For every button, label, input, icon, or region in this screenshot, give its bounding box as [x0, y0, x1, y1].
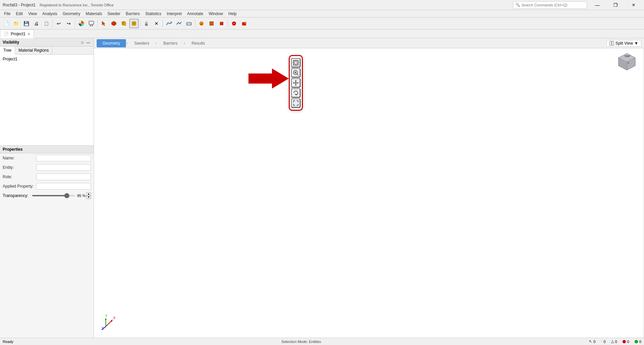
surface3-button[interactable] [184, 19, 194, 28]
visibility-collapse-btn[interactable]: — [86, 40, 91, 45]
fit-all-btn[interactable] [291, 98, 301, 108]
svg-marker-37 [295, 85, 296, 86]
open-button[interactable]: 📁 [11, 19, 21, 28]
properties-button[interactable]: 📋 [42, 19, 51, 28]
menu-seeder[interactable]: Seeder [105, 11, 123, 17]
materials3-button[interactable] [217, 19, 226, 28]
transparency-up-btn[interactable]: ▲ [86, 192, 91, 196]
split-view-label: Split View [615, 41, 633, 46]
svg-text:X: X [113, 316, 116, 320]
render2-button[interactable] [239, 19, 249, 28]
shapes-icon: △ [611, 339, 614, 344]
unlock-button[interactable]: ✕ [152, 19, 161, 28]
box-shape-button[interactable] [119, 19, 129, 28]
right-content: Geometry › Seeders › Barriers › Results … [94, 38, 644, 338]
color-wheel-button[interactable] [77, 19, 86, 28]
vis-tab-material-regions[interactable]: Material Regions [15, 47, 52, 54]
cursor-x: 0 [593, 340, 595, 344]
select-arrow-button[interactable] [99, 19, 108, 28]
zoom-extents-btn[interactable] [291, 58, 301, 67]
new-button[interactable]: 📄 [1, 19, 11, 28]
green-dot [635, 340, 638, 343]
save-button[interactable]: 💾 [21, 19, 31, 28]
display-button[interactable] [87, 19, 96, 28]
workflow-tab-seeders[interactable]: Seeders [129, 39, 155, 47]
menu-file[interactable]: File [1, 11, 13, 17]
workflow-tabs: Geometry › Seeders › Barriers › Results … [94, 38, 644, 48]
menu-interpret[interactable]: Interpret [164, 11, 185, 17]
cube-nav[interactable]: TOP S [617, 52, 637, 72]
surface1-button[interactable] [164, 19, 174, 28]
workflow-tab-geometry[interactable]: Geometry [97, 39, 126, 47]
points-icon: ⋅ [601, 339, 602, 344]
cursor-icon: ↖ [589, 339, 592, 344]
arrow-annotation [248, 67, 289, 91]
surface2-button[interactable] [174, 19, 184, 28]
svg-rect-22 [612, 41, 614, 45]
pointer-mode-button[interactable] [129, 19, 139, 28]
split-view-btn[interactable]: Split View ▼ [606, 40, 641, 47]
menu-barriers[interactable]: Barriers [123, 11, 143, 17]
transparency-slider[interactable] [32, 195, 75, 196]
axis-indicator-left: X Y Z [101, 313, 118, 331]
svg-text:TOP: TOP [625, 55, 630, 58]
visibility-expand-btn[interactable]: □ [80, 40, 85, 45]
vis-tab-tree[interactable]: Tree [0, 47, 15, 55]
search-bar[interactable]: 🔍 [513, 1, 587, 9]
tree-item-project1[interactable]: Project1 [1, 56, 92, 62]
status-shapes: △ 0 [611, 339, 617, 344]
doc-tab-project1[interactable]: 📄 Project1 ✕ [0, 30, 34, 38]
redo-button[interactable]: ↪ [64, 19, 74, 28]
titlebar: Rocfall3 - Project1 Registered to Rocsci… [0, 0, 644, 10]
svg-text:S: S [628, 62, 629, 64]
rotate-btn[interactable] [291, 88, 301, 98]
menu-materials[interactable]: Materials [83, 11, 105, 17]
menu-statistics[interactable]: Statistics [143, 11, 164, 17]
doc-tab-close[interactable]: ✕ [28, 32, 30, 36]
doc-tab-icon: 📄 [4, 32, 9, 36]
zoom-in-btn[interactable] [291, 68, 301, 78]
prop-label-applied: Applied Property: [3, 184, 36, 189]
workflow-tab-results[interactable]: Results [186, 39, 211, 47]
render1-button[interactable] [229, 19, 239, 28]
canvas-left[interactable]: X Y Z TOP [94, 48, 644, 338]
solid-shape-button[interactable] [109, 19, 119, 28]
menu-analysis[interactable]: Analysis [40, 11, 60, 17]
prop-value-applied[interactable] [36, 183, 91, 190]
menu-geometry[interactable]: Geometry [60, 11, 83, 17]
toolbar-sep-7 [228, 19, 228, 28]
undo-button[interactable]: ↩ [54, 19, 63, 28]
materials2-button[interactable] [207, 19, 216, 28]
svg-marker-38 [293, 82, 294, 84]
main-layout: Visibility □ — Tree Material Regions Pro… [0, 38, 644, 338]
prop-value-entity[interactable] [36, 164, 91, 171]
svg-rect-16 [210, 22, 213, 25]
menu-view[interactable]: View [26, 11, 40, 17]
minimize-button[interactable]: — [590, 0, 605, 10]
prop-label-role: Role: [3, 175, 36, 179]
properties-section: Properties Name: Entity: Role: Applied P… [0, 146, 94, 338]
print-button[interactable]: 🖨 [32, 19, 41, 28]
svg-rect-24 [293, 60, 298, 65]
transparency-label: Transparency: [3, 193, 32, 198]
transparency-down-btn[interactable]: ▼ [86, 196, 91, 199]
menu-help[interactable]: Help [226, 11, 239, 17]
search-input[interactable] [521, 3, 585, 7]
close-button[interactable]: ✕ [626, 0, 641, 10]
prop-value-role[interactable] [36, 174, 91, 180]
prop-value-name[interactable] [36, 155, 91, 161]
green-count: 0 [639, 340, 641, 344]
menu-annotate[interactable]: Annotate [184, 11, 206, 17]
prop-row-role: Role: [0, 172, 94, 182]
transparency-value: 85 % [75, 194, 86, 198]
materials1-button[interactable] [197, 19, 206, 28]
menu-edit[interactable]: Edit [13, 11, 26, 17]
status-dot-red: 0 [623, 340, 629, 344]
lock-button[interactable] [142, 19, 151, 28]
menu-window[interactable]: Window [206, 11, 226, 17]
pan-btn[interactable] [291, 78, 301, 88]
workflow-tabs-left: Geometry › Seeders › Barriers › Results [97, 39, 211, 47]
restore-button[interactable]: ❐ [608, 0, 623, 10]
workflow-tab-barriers[interactable]: Barriers [157, 39, 183, 47]
status-cursor: ↖ 0 [589, 339, 595, 344]
